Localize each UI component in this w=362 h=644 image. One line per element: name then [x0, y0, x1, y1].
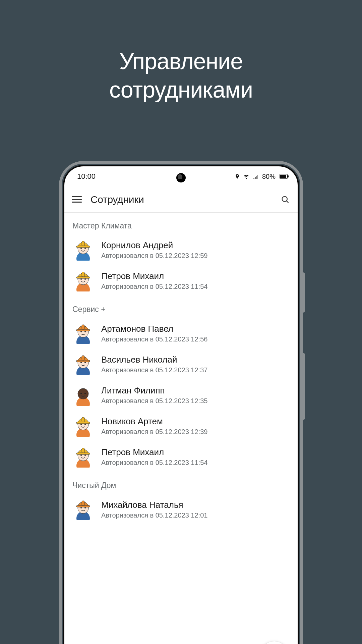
svg-point-4 [80, 248, 82, 249]
svg-point-32 [80, 424, 82, 425]
svg-point-10 [80, 278, 82, 280]
menu-icon[interactable] [72, 196, 82, 203]
svg-point-17 [84, 331, 86, 332]
employee-sub: Авторизовался в 05.12.2023 12:37 [101, 366, 207, 374]
employee-row[interactable]: Васильев Николай Авторизовался в 05.12.2… [64, 349, 298, 380]
employee-sub: Авторизовался в 05.12.2023 12:01 [101, 512, 207, 519]
svg-rect-7 [82, 241, 84, 246]
employee-list[interactable]: Мастер Климата Корнилов Андрей Авторизов… [64, 213, 298, 644]
employee-sub: Авторизовался в 05.12.2023 11:54 [101, 283, 207, 290]
page-title: Сотрудники [90, 194, 272, 205]
wifi-icon [243, 173, 250, 179]
employee-row[interactable]: Литман Филипп Авторизовался в 05.12.2023… [64, 380, 298, 411]
avatar [72, 446, 94, 468]
employee-row[interactable]: Новиков Артем Авторизовался в 05.12.2023… [64, 411, 298, 441]
employee-name: Михайлова Наталья [101, 500, 207, 510]
svg-point-23 [84, 362, 86, 363]
status-time: 10:00 [77, 172, 96, 181]
employee-row[interactable]: Петров Михаил Авторизовался в 05.12.2023… [64, 441, 298, 472]
svg-line-1 [287, 201, 289, 203]
avatar [72, 270, 94, 291]
svg-point-38 [80, 454, 82, 456]
svg-point-22 [80, 362, 82, 363]
employee-name: Васильев Николай [101, 355, 207, 365]
svg-point-16 [80, 331, 82, 332]
promo-line1: Управление [119, 48, 243, 74]
signal-icon [253, 173, 259, 179]
employee-row[interactable]: Михайлова Наталья Авторизовался в 05.12.… [64, 494, 298, 525]
svg-rect-6 [76, 246, 90, 248]
svg-rect-40 [76, 453, 90, 454]
employee-name: Артамонов Павел [101, 324, 207, 334]
employee-name: Петров Михаил [101, 271, 207, 281]
employee-row[interactable]: Петров Михаил Авторизовался в 05.12.2023… [64, 265, 298, 296]
avatar [72, 415, 94, 437]
svg-rect-24 [76, 360, 90, 362]
employee-sub: Авторизовался в 05.12.2023 12:59 [101, 252, 207, 260]
avatar [72, 323, 94, 344]
employee-row[interactable]: Корнилов Андрей Авторизовался в 05.12.20… [64, 234, 298, 265]
location-icon [235, 173, 240, 180]
group-header: Мастер Климата [64, 213, 298, 234]
employee-sub: Авторизовался в 05.12.2023 11:54 [101, 459, 207, 467]
avatar [72, 354, 94, 375]
battery-text: 80% [262, 173, 276, 180]
svg-point-0 [282, 196, 287, 201]
search-icon[interactable] [280, 195, 290, 205]
svg-rect-47 [82, 501, 84, 505]
camera-notch [176, 173, 186, 182]
svg-point-45 [84, 507, 86, 508]
svg-point-39 [84, 454, 86, 456]
svg-rect-25 [82, 356, 84, 360]
svg-rect-41 [82, 448, 84, 453]
svg-rect-12 [76, 277, 90, 278]
employee-name: Петров Михаил [101, 447, 207, 458]
svg-point-29 [84, 393, 86, 394]
avatar [72, 239, 94, 261]
employee-name: Новиков Артем [101, 416, 207, 427]
svg-rect-13 [82, 272, 84, 277]
employee-name: Литман Филипп [101, 385, 207, 396]
battery-icon [280, 174, 288, 179]
phone-frame: 10:00 80% Сотрудники [63, 165, 299, 644]
group-header: Чистый Дом [64, 472, 298, 494]
svg-point-33 [84, 424, 86, 425]
employee-name: Корнилов Андрей [101, 240, 207, 251]
svg-rect-46 [76, 505, 90, 507]
app-bar: Сотрудники [64, 186, 298, 213]
employee-sub: Авторизовался в 05.12.2023 12:39 [101, 428, 207, 436]
svg-rect-19 [82, 325, 84, 329]
avatar [72, 499, 94, 520]
svg-point-44 [80, 507, 82, 508]
promo-title: Управление сотрудниками [0, 47, 362, 104]
svg-rect-35 [82, 417, 84, 422]
promo-line2: сотрудниками [109, 77, 253, 102]
svg-rect-18 [76, 329, 90, 331]
svg-rect-34 [76, 422, 90, 424]
employee-sub: Авторизовался в 05.12.2023 12:35 [101, 397, 207, 405]
svg-point-5 [84, 248, 86, 249]
employee-sub: Авторизовался в 05.12.2023 12:56 [101, 335, 207, 343]
group-header: Сервис + [64, 296, 298, 318]
employee-row[interactable]: Артамонов Павел Авторизовался в 05.12.20… [64, 318, 298, 349]
svg-point-11 [84, 278, 86, 280]
svg-point-27 [78, 388, 88, 399]
avatar [72, 384, 94, 406]
svg-point-28 [80, 393, 82, 394]
